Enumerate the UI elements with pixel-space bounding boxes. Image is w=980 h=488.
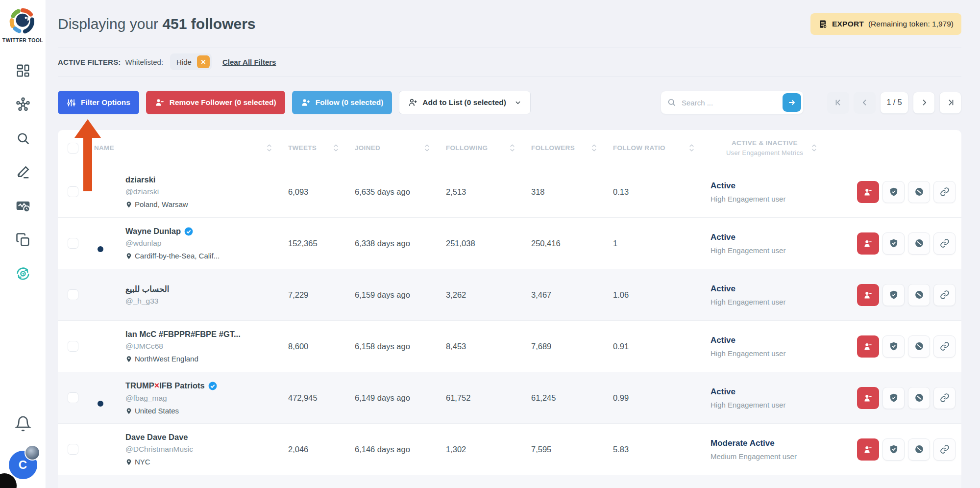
sort-icon[interactable]	[811, 143, 817, 153]
ban-icon	[914, 444, 924, 454]
ban-icon	[914, 238, 924, 248]
sort-icon[interactable]	[266, 143, 272, 153]
column-header-name[interactable]: NAME	[89, 143, 283, 153]
block-button[interactable]	[908, 335, 930, 358]
block-button[interactable]	[908, 181, 930, 203]
following-value: 1,302	[441, 445, 526, 454]
row-checkbox[interactable]	[68, 238, 78, 249]
whitelist-shield-button[interactable]	[882, 284, 905, 306]
activity-status: Moderate Active	[710, 438, 838, 448]
chevron-right-icon	[920, 98, 929, 107]
whitelist-shield-button[interactable]	[882, 181, 905, 203]
whitelist-shield-button[interactable]	[882, 387, 905, 409]
profile-link-button[interactable]	[933, 232, 956, 255]
shield-check-icon	[889, 290, 899, 300]
filter-options-button[interactable]: Filter Options	[58, 91, 139, 114]
whitelist-shield-button[interactable]	[882, 232, 905, 255]
logo-icon	[9, 8, 36, 34]
block-button[interactable]	[908, 232, 930, 255]
remove-follower-row-button[interactable]	[857, 284, 879, 306]
location-pin-icon	[125, 356, 132, 362]
column-header-followers[interactable]: FOLLOWERS	[526, 143, 608, 153]
ban-icon	[914, 187, 924, 197]
row-checkbox[interactable]	[68, 392, 78, 403]
row-checkbox[interactable]	[68, 289, 78, 300]
sidebar-item-sync-history[interactable]	[15, 266, 31, 282]
export-icon	[818, 20, 828, 29]
remove-follower-button[interactable]: Remove Follower (0 selected)	[146, 91, 285, 114]
notifications-button[interactable]	[15, 415, 31, 434]
block-button[interactable]	[908, 387, 930, 409]
sidebar-item-compose[interactable]	[15, 164, 31, 180]
table-row: الحساب للبيع @_h_g33 7,229 6,159 days	[58, 269, 961, 320]
filter-chip-remove-button[interactable]: ✕	[197, 55, 210, 68]
column-header-tweets[interactable]: TWEETS	[283, 143, 350, 153]
clear-all-filters-link[interactable]: Clear All Filters	[222, 58, 276, 66]
block-button[interactable]	[908, 438, 930, 461]
row-checkbox[interactable]	[68, 444, 78, 455]
first-page-button[interactable]	[827, 92, 849, 114]
user-plus-outline-icon	[408, 98, 418, 107]
chat-widget[interactable]: C	[9, 451, 37, 479]
sidebar-item-analytics[interactable]	[15, 198, 31, 214]
profile-link-button[interactable]	[933, 284, 956, 306]
app-logo[interactable]: TWITTER TOOL	[2, 8, 43, 43]
follower-handle: @DChristmanMusic	[125, 445, 193, 454]
follower-name: Ian McC #FBPPR#FBPE #GT...	[125, 330, 241, 339]
link-icon	[940, 187, 950, 197]
sort-icon[interactable]	[333, 143, 339, 153]
search-box	[661, 91, 804, 114]
profile-link-button[interactable]	[933, 438, 956, 461]
profile-link-button[interactable]	[933, 387, 956, 409]
prev-page-button[interactable]	[854, 92, 876, 114]
export-button[interactable]: EXPORT (Remaining token: 1,979)	[810, 13, 961, 35]
follower-location-row: NYC	[125, 458, 193, 466]
follower-handle: @_h_g33	[125, 297, 169, 306]
activity-status: Active	[710, 232, 838, 242]
link-icon	[940, 238, 950, 248]
remove-follower-row-button[interactable]	[857, 438, 879, 461]
sort-icon[interactable]	[688, 143, 695, 153]
next-page-button[interactable]	[913, 92, 935, 114]
follower-name: Dave Dave Dave	[125, 433, 188, 442]
sidebar-item-search[interactable]	[15, 130, 31, 146]
sidebar-item-copy[interactable]	[15, 232, 31, 248]
copy-icon	[16, 232, 30, 247]
sidebar-item-dashboard[interactable]	[15, 63, 31, 78]
whitelist-shield-button[interactable]	[882, 438, 905, 461]
sort-icon[interactable]	[424, 143, 430, 153]
follower-name: Wayne Dunlap	[125, 227, 181, 236]
sort-icon[interactable]	[591, 143, 597, 153]
profile-link-button[interactable]	[933, 335, 956, 358]
select-all-checkbox[interactable]	[68, 143, 78, 154]
block-button[interactable]	[908, 284, 930, 306]
search-icon	[667, 98, 676, 109]
sort-icon[interactable]	[509, 143, 515, 153]
column-header-active-inactive[interactable]: ACTIVE & INACTIVE User Engagement Metric…	[706, 139, 838, 156]
analytics-icon	[15, 198, 31, 214]
column-header-joined[interactable]: JOINED	[350, 143, 441, 153]
remove-follower-row-button[interactable]	[857, 387, 879, 409]
activity-status: Active	[710, 181, 838, 191]
follow-button[interactable]: Follow (0 selected)	[292, 91, 392, 114]
remove-follower-row-button[interactable]	[857, 335, 879, 358]
column-header-following[interactable]: FOLLOWING	[441, 143, 526, 153]
add-to-list-button[interactable]: Add to List (0 selected)	[399, 91, 531, 114]
row-checkbox[interactable]	[68, 341, 78, 352]
ban-icon	[914, 290, 924, 300]
column-header-follow-ratio[interactable]: FOLLOW RATIO	[608, 143, 706, 153]
followers-value: 61,245	[526, 393, 608, 403]
engagement-level: Medium Engagement user	[710, 452, 838, 461]
profile-link-button[interactable]	[933, 181, 956, 203]
search-submit-button[interactable]	[783, 93, 801, 112]
engagement-level: High Engagement user	[710, 298, 838, 306]
whitelist-shield-button[interactable]	[882, 335, 905, 358]
remove-follower-row-button[interactable]	[857, 181, 879, 203]
main-content: Displaying your 451 followers EXPORT (Re…	[46, 0, 980, 488]
follower-name: الحساب للبيع	[125, 284, 169, 294]
row-checkbox[interactable]	[68, 186, 78, 197]
sidebar-item-network[interactable]	[15, 97, 31, 112]
remove-follower-row-button[interactable]	[857, 232, 879, 255]
last-page-button[interactable]	[939, 92, 961, 114]
location-pin-icon	[125, 408, 132, 414]
